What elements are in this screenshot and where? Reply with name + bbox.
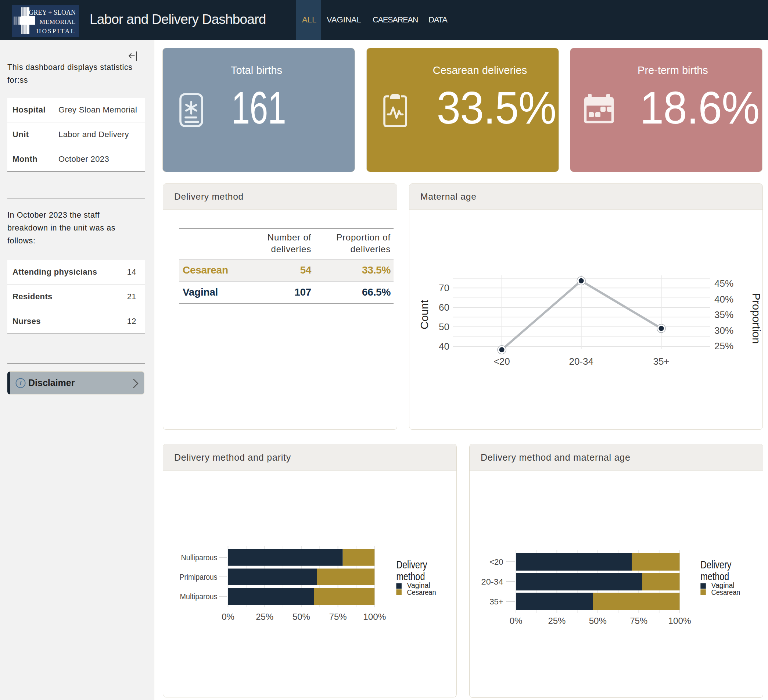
svg-text:50: 50 bbox=[439, 321, 450, 332]
svg-text:method: method bbox=[701, 570, 729, 582]
svg-text:<20: <20 bbox=[494, 356, 510, 367]
svg-text:Cesarean: Cesarean bbox=[711, 588, 741, 596]
svg-text:MEMORIAL: MEMORIAL bbox=[40, 18, 76, 26]
svg-text:25%: 25% bbox=[256, 612, 274, 622]
svg-text:30%: 30% bbox=[714, 325, 733, 336]
svg-text:method: method bbox=[396, 570, 425, 582]
svg-text:60: 60 bbox=[439, 302, 450, 313]
svg-text:GREY + SLOAN: GREY + SLOAN bbox=[29, 9, 76, 16]
svg-text:20-34: 20-34 bbox=[482, 577, 503, 586]
svg-text:100%: 100% bbox=[669, 616, 691, 626]
svg-text:<20: <20 bbox=[490, 557, 503, 567]
svg-text:HOSPITAL: HOSPITAL bbox=[36, 27, 76, 35]
svg-text:40: 40 bbox=[439, 341, 450, 352]
svg-text:40%: 40% bbox=[714, 294, 733, 305]
svg-text:25%: 25% bbox=[548, 616, 566, 626]
svg-text:Cesarean: Cesarean bbox=[407, 588, 436, 596]
svg-text:35+: 35+ bbox=[490, 597, 503, 606]
svg-text:Delivery: Delivery bbox=[396, 559, 427, 570]
svg-text:i: i bbox=[20, 380, 22, 387]
svg-text:45%: 45% bbox=[714, 278, 733, 289]
svg-text:Multiparous: Multiparous bbox=[180, 592, 218, 601]
svg-text:35+: 35+ bbox=[653, 356, 669, 367]
svg-text:Primiparous: Primiparous bbox=[180, 572, 218, 581]
svg-text:75%: 75% bbox=[630, 616, 648, 626]
svg-text:100%: 100% bbox=[363, 612, 386, 622]
svg-text:Delivery: Delivery bbox=[701, 559, 731, 570]
svg-text:50%: 50% bbox=[293, 612, 310, 622]
svg-text:75%: 75% bbox=[329, 612, 347, 622]
svg-text:0%: 0% bbox=[510, 616, 523, 626]
svg-text:50%: 50% bbox=[589, 616, 607, 626]
svg-text:35%: 35% bbox=[714, 309, 733, 320]
svg-text:Proportion: Proportion bbox=[750, 293, 763, 344]
svg-text:70: 70 bbox=[439, 282, 450, 293]
svg-text:Count: Count bbox=[418, 300, 430, 329]
svg-text:0%: 0% bbox=[222, 612, 234, 622]
svg-text:20-34: 20-34 bbox=[569, 356, 594, 367]
svg-text:25%: 25% bbox=[714, 340, 733, 351]
svg-text:Nulliparous: Nulliparous bbox=[181, 553, 218, 562]
